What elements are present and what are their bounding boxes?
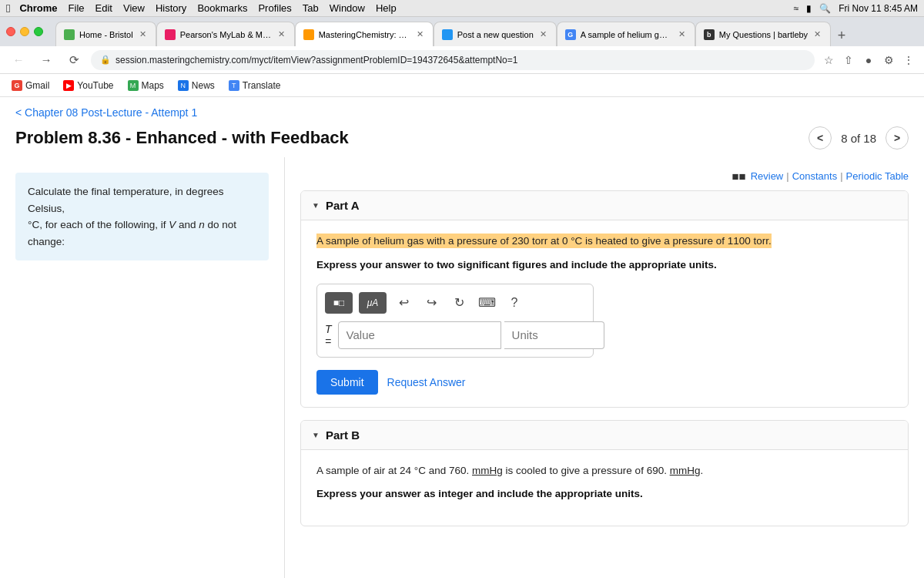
tab-google[interactable]: G A sample of helium gas wit ✕ — [557, 22, 695, 46]
tab-favicon-mastering — [303, 29, 314, 40]
menu-window[interactable]: Window — [330, 2, 365, 14]
tab-post[interactable]: Post a new question ✕ — [434, 22, 557, 46]
tab-favicon-pearson — [165, 29, 176, 40]
menu-help[interactable]: Help — [376, 2, 397, 14]
extensions-icon[interactable]: ⚙ — [881, 52, 896, 68]
search-icon[interactable]: 🔍 — [819, 3, 831, 14]
part-b-header[interactable]: ▼ Part B — [301, 421, 908, 450]
part-b-question: A sample of air at 24 °C and 760. mmHg i… — [316, 462, 892, 479]
chapter-header: < Chapter 08 Post-Lecture - Attempt 1 — [0, 97, 924, 123]
favicon-maps: M — [128, 80, 139, 91]
pagination-count: 8 of 18 — [841, 132, 876, 145]
tab-pearson[interactable]: Pearson's MyLab & Master ✕ — [156, 22, 295, 46]
review-link[interactable]: Review — [751, 170, 784, 182]
part-a-question-highlight: A sample of helium gas with a pressure o… — [316, 234, 772, 248]
part-b-body: A sample of air at 24 °C and 760. mmHg i… — [301, 450, 908, 526]
menu-chrome[interactable]: Chrome — [19, 2, 57, 14]
bookmark-youtube[interactable]: ▶ YouTube — [58, 78, 119, 93]
battery-icon: ▮ — [806, 3, 812, 14]
problem-description: Calculate the final temperature, in degr… — [15, 173, 269, 260]
minimize-window-button[interactable] — [20, 27, 29, 36]
apple-menu[interactable]:  — [6, 2, 10, 15]
review-icon: ■■ — [732, 170, 746, 183]
tab-close-post[interactable]: ✕ — [538, 28, 548, 41]
url-bar[interactable]: 🔒 session.masteringchemistry.com/myct/it… — [91, 50, 815, 70]
bookmark-label-maps: Maps — [142, 80, 164, 91]
bookmarks-bar: G Gmail ▶ YouTube M Maps N News T Transl… — [0, 74, 924, 97]
undo-button[interactable]: ↩ — [393, 292, 414, 314]
review-bar: ■■ Review | Constants | Periodic Table — [300, 165, 909, 190]
tab-mastering[interactable]: MasteringChemistry: Chap ✕ — [295, 22, 434, 46]
chapter-link[interactable]: < Chapter 08 Post-Lecture - Attempt 1 — [15, 106, 197, 119]
part-b-title: Part B — [326, 428, 360, 442]
tab-close-bartleby[interactable]: ✕ — [812, 28, 822, 41]
problem-title-row: Problem 8.36 - Enhanced - with Feedback … — [0, 123, 924, 157]
profile-icon[interactable]: ● — [861, 52, 876, 68]
new-tab-button[interactable]: + — [831, 25, 852, 46]
submit-button-a[interactable]: Submit — [316, 370, 378, 395]
part-b-section: ▼ Part B A sample of air at 24 °C and 76… — [300, 420, 909, 526]
bookmark-gmail[interactable]: G Gmail — [6, 78, 55, 93]
share-icon[interactable]: ⇧ — [841, 52, 856, 68]
next-problem-button[interactable]: > — [886, 126, 909, 150]
menu-edit[interactable]: Edit — [95, 2, 112, 14]
clock: Fri Nov 11 8:45 AM — [839, 3, 918, 14]
bookmark-icon[interactable]: ☆ — [821, 52, 836, 68]
prev-problem-button[interactable]: < — [808, 126, 832, 150]
answer-box-a: ■□ μA ↩ ↪ ↻ ⌨ ? — [316, 284, 594, 358]
format-button[interactable]: ■□ — [325, 292, 353, 314]
page-content: < Chapter 08 Post-Lecture - Attempt 1 Pr… — [0, 97, 924, 578]
constants-link[interactable]: Constants — [792, 170, 838, 182]
tab-bartleby[interactable]: b My Questions | bartleby ✕ — [695, 22, 831, 46]
value-input-a[interactable] — [338, 321, 501, 349]
bookmark-news[interactable]: N News — [172, 78, 220, 93]
bookmark-translate[interactable]: T Translate — [223, 78, 286, 93]
forward-button[interactable]: → — [35, 49, 57, 71]
answer-toolbar-a: ■□ μA ↩ ↪ ↻ ⌨ ? — [325, 292, 585, 314]
menu-history[interactable]: History — [156, 2, 186, 14]
part-a-header[interactable]: ▼ Part A — [301, 191, 908, 220]
periodic-table-link[interactable]: Periodic Table — [846, 170, 909, 182]
help-button[interactable]: ? — [504, 292, 525, 314]
menubar:  Chrome File Edit View History Bookmark… — [0, 0, 924, 17]
tab-home[interactable]: Home - Bristol ✕ — [55, 22, 156, 46]
menu-view[interactable]: View — [123, 2, 145, 14]
action-row-a: Submit Request Answer — [316, 370, 892, 395]
back-button[interactable]: ← — [8, 49, 29, 71]
favicon-translate: T — [229, 80, 239, 91]
close-window-button[interactable] — [6, 27, 15, 36]
request-answer-link-a[interactable]: Request Answer — [387, 376, 466, 388]
mu-label: μA — [367, 297, 379, 308]
keyboard-button[interactable]: ⌨ — [476, 292, 497, 314]
tab-close-mastering[interactable]: ✕ — [415, 28, 425, 41]
bookmark-maps[interactable]: M Maps — [122, 78, 169, 93]
bookmark-label-translate: Translate — [243, 80, 281, 91]
problem-navigation: < 8 of 18 > — [808, 126, 909, 150]
left-panel: Calculate the final temperature, in degr… — [0, 157, 285, 578]
wifi-icon: ≈ — [794, 3, 799, 14]
problem-title: Problem 8.36 - Enhanced - with Feedback — [15, 128, 349, 148]
address-bar: ← → ⟳ 🔒 session.masteringchemistry.com/m… — [0, 46, 924, 74]
review-sep-1: | — [786, 170, 788, 182]
window-controls — [6, 27, 43, 36]
mu-button[interactable]: μA — [359, 292, 387, 314]
tab-favicon-bartleby: b — [704, 29, 715, 40]
menu-tab[interactable]: Tab — [303, 2, 319, 14]
menu-bookmarks[interactable]: Bookmarks — [197, 2, 247, 14]
lock-icon: 🔒 — [100, 55, 111, 65]
tab-close-pearson[interactable]: ✕ — [276, 28, 286, 41]
redo-button[interactable]: ↪ — [420, 292, 442, 314]
units-input-a[interactable] — [504, 321, 604, 349]
favicon-gmail: G — [12, 80, 22, 91]
tab-close-home[interactable]: ✕ — [138, 28, 148, 41]
maximize-window-button[interactable] — [34, 27, 43, 36]
reload-button[interactable]: ⟳ — [63, 49, 85, 71]
menu-profiles[interactable]: Profiles — [258, 2, 291, 14]
content-area: Calculate the final temperature, in degr… — [0, 157, 924, 578]
refresh-button[interactable]: ↻ — [448, 292, 470, 314]
bookmark-label-news: News — [192, 80, 215, 91]
menu-dots-icon[interactable]: ⋮ — [901, 52, 916, 68]
tab-close-google[interactable]: ✕ — [677, 28, 687, 41]
menu-file[interactable]: File — [69, 2, 85, 14]
part-b-triangle-icon: ▼ — [312, 431, 320, 439]
